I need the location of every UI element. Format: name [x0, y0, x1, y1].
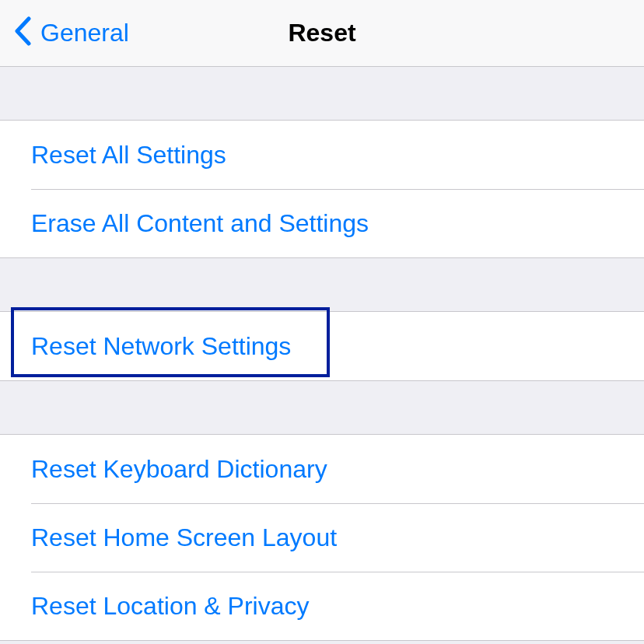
- reset-location-privacy-row[interactable]: Reset Location & Privacy: [0, 572, 644, 640]
- settings-group-3: Reset Keyboard Dictionary Reset Home Scr…: [0, 434, 644, 641]
- reset-all-settings-row[interactable]: Reset All Settings: [0, 121, 644, 189]
- row-label: Reset All Settings: [31, 141, 226, 170]
- section-spacer: [0, 258, 644, 311]
- chevron-left-icon: [14, 16, 31, 52]
- settings-group-1: Reset All Settings Erase All Content and…: [0, 120, 644, 258]
- back-label: General: [40, 19, 129, 47]
- reset-keyboard-dictionary-row[interactable]: Reset Keyboard Dictionary: [0, 435, 644, 503]
- section-spacer: [0, 381, 644, 434]
- row-label: Reset Keyboard Dictionary: [31, 455, 327, 484]
- page-title: Reset: [288, 19, 355, 47]
- row-label: Reset Home Screen Layout: [31, 523, 337, 552]
- back-button[interactable]: General: [0, 15, 129, 52]
- erase-all-content-row[interactable]: Erase All Content and Settings: [0, 189, 644, 257]
- reset-home-screen-layout-row[interactable]: Reset Home Screen Layout: [0, 503, 644, 572]
- reset-network-settings-row[interactable]: Reset Network Settings: [0, 312, 644, 380]
- row-label: Reset Network Settings: [31, 332, 291, 361]
- settings-group-2: Reset Network Settings: [0, 311, 644, 381]
- section-spacer: [0, 67, 644, 120]
- navbar: General Reset: [0, 0, 644, 67]
- row-label: Erase All Content and Settings: [31, 209, 369, 238]
- row-label: Reset Location & Privacy: [31, 592, 310, 621]
